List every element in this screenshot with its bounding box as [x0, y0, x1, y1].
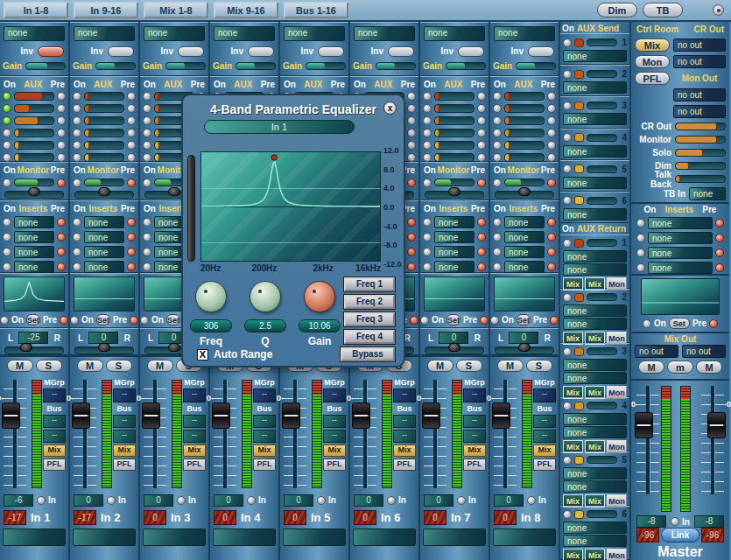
eq-set-button[interactable]: Set [517, 314, 531, 326]
aux-on-button[interactable] [423, 141, 432, 150]
aux-on-button[interactable] [73, 116, 81, 125]
mute-group-select[interactable]: -- [393, 388, 416, 402]
in-button[interactable] [527, 496, 536, 505]
gain-slider[interactable] [376, 62, 416, 70]
aux-pre-button[interactable] [407, 92, 416, 101]
solo-button[interactable]: S [456, 360, 482, 372]
bus-select-2[interactable]: -- [113, 430, 136, 443]
aux-pre-button[interactable] [547, 129, 556, 137]
monitor-on-button[interactable] [423, 178, 432, 187]
aux-send-level-slider[interactable] [587, 102, 617, 109]
fader-track[interactable] [74, 380, 96, 488]
monitor-on-button[interactable] [143, 178, 151, 187]
aux-on-button[interactable] [143, 92, 151, 101]
insert-select[interactable]: none [84, 246, 124, 258]
aux-return-knob[interactable] [574, 347, 584, 356]
aux-on-button[interactable] [493, 129, 502, 137]
aux-level-slider[interactable] [14, 92, 54, 101]
ctrl-room-mix-button[interactable]: Mix [635, 38, 670, 52]
aux-return-mon-button[interactable]: Mon [607, 549, 627, 560]
aux-level-slider[interactable] [14, 104, 54, 113]
pfl-button[interactable]: PFL [463, 458, 486, 471]
eq-on-button[interactable] [140, 316, 149, 325]
scribble-strip[interactable] [423, 528, 486, 546]
aux-return-on-button[interactable] [563, 239, 572, 248]
fader-track[interactable] [214, 380, 236, 488]
insert-on-button[interactable] [423, 248, 432, 256]
monitor-pan-slider[interactable] [73, 189, 136, 200]
monitor-pan-slider[interactable] [3, 189, 66, 200]
insert-select[interactable]: none [434, 261, 474, 273]
master-insert-on-button[interactable] [636, 219, 645, 228]
aux-on-button[interactable] [143, 153, 151, 162]
aux-level-slider[interactable] [504, 116, 545, 125]
eq-set-button[interactable]: Set [166, 314, 180, 326]
talkback-button[interactable]: TB [643, 3, 683, 18]
view-tab[interactable]: In 1-8 [4, 2, 68, 18]
input-select[interactable]: none [354, 26, 415, 41]
insert-pre-button[interactable] [547, 262, 556, 271]
aux-on-button[interactable] [493, 141, 502, 150]
band-select-button[interactable]: Freq 3 [344, 312, 395, 326]
monitor-section-slider[interactable] [675, 162, 726, 170]
aux-return-on-button[interactable] [563, 347, 572, 356]
scribble-strip[interactable] [213, 528, 276, 546]
monitor-level-slider[interactable] [84, 178, 124, 186]
aux-level-slider[interactable] [434, 141, 474, 150]
peak-value[interactable]: 0 [144, 510, 166, 525]
fader-handle[interactable] [492, 402, 510, 429]
mute-button[interactable]: M [77, 360, 103, 372]
insert-pre-button[interactable] [127, 233, 136, 242]
aux-pre-button[interactable] [547, 104, 556, 113]
input-select[interactable]: none [74, 26, 135, 41]
scribble-strip[interactable] [143, 528, 206, 546]
monitor-section-slider[interactable] [675, 136, 726, 144]
aux-return-src-select-2[interactable]: none [563, 318, 627, 330]
aux-send-knob[interactable] [574, 38, 584, 47]
monitor-pan-slider[interactable] [423, 189, 486, 200]
aux-send-dest-select[interactable]: none [563, 145, 627, 158]
monitor-level-slider[interactable] [14, 178, 54, 186]
mon-out-select-2[interactable]: no out [673, 105, 726, 118]
master-insert-pre-button[interactable] [715, 234, 724, 242]
mute-group-select[interactable]: -- [253, 388, 276, 402]
fader-track[interactable] [4, 380, 26, 488]
bypass-button[interactable]: Bypass [341, 347, 395, 361]
mute-button[interactable]: M [147, 360, 173, 372]
aux-return-on-button[interactable] [563, 510, 572, 519]
in-button[interactable] [247, 496, 256, 505]
aux-level-slider[interactable] [84, 141, 124, 150]
aux-return-on-button[interactable] [563, 293, 572, 302]
aux-level-slider[interactable] [504, 104, 545, 113]
insert-on-button[interactable] [73, 262, 81, 271]
mute-button[interactable]: M [7, 360, 33, 372]
aux-send-knob[interactable] [574, 133, 584, 142]
aux-level-slider[interactable] [434, 116, 474, 125]
aux-level-slider[interactable] [84, 104, 124, 113]
aux-pre-button[interactable] [57, 104, 66, 113]
fader-track[interactable] [284, 380, 306, 488]
mix-assign-button[interactable]: Mix [463, 444, 486, 457]
aux-pre-button[interactable] [547, 141, 556, 150]
aux-on-button[interactable] [423, 153, 432, 162]
aux-on-button[interactable] [3, 141, 11, 150]
eq-pre-button[interactable] [60, 316, 68, 325]
master-insert-on-button[interactable] [636, 263, 645, 272]
master-insert-select[interactable]: none [648, 247, 713, 259]
aux-level-slider[interactable] [504, 141, 545, 150]
insert-pre-button[interactable] [477, 248, 486, 256]
aux-return-mix-button-2[interactable]: Mix [585, 549, 605, 560]
monitor-pre-button[interactable] [477, 178, 486, 187]
insert-on-button[interactable] [3, 248, 11, 256]
eq-on-button[interactable] [420, 316, 429, 325]
master-insert-pre-button[interactable] [715, 263, 724, 272]
aux-return-level-slider[interactable] [587, 456, 617, 464]
master-peak-left[interactable]: -96 [636, 528, 659, 542]
aux-return-knob[interactable] [574, 510, 584, 519]
aux-return-src-select-1[interactable]: none [563, 359, 627, 371]
aux-pre-button[interactable] [477, 92, 486, 101]
close-icon[interactable]: x [383, 102, 397, 115]
aux-on-button[interactable] [73, 153, 81, 162]
master-eq-on-button[interactable] [643, 319, 651, 328]
aux-on-button[interactable] [493, 153, 502, 162]
